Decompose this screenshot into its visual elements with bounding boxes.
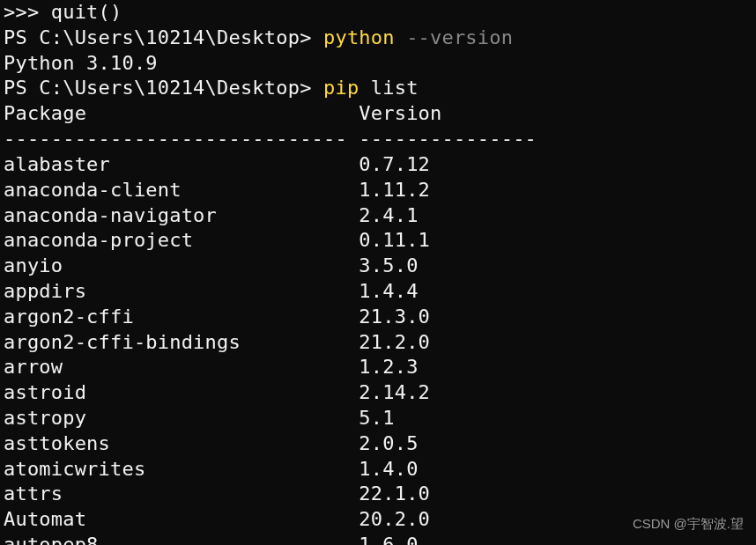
pip-list-command: PS C:\Users\10214\Desktop> pip list	[4, 76, 752, 101]
package-row: anaconda-navigator 2.4.1	[4, 203, 752, 229]
package-row: autopep8 1.6.0	[4, 533, 752, 545]
package-row: astropy 5.1	[4, 406, 752, 431]
version-flag: --version	[395, 26, 513, 48]
package-row: atomicwrites 1.4.0	[4, 457, 752, 482]
watermark: CSDN @宇智波.望	[633, 515, 744, 533]
package-row: anaconda-project 0.11.1	[4, 228, 752, 254]
package-row: anaconda-client 1.11.2	[4, 178, 752, 203]
pip-header-row: Package Version	[4, 101, 752, 127]
package-row: attrs 22.1.0	[4, 482, 752, 507]
prompt-path: PS C:\Users\10214\Desktop>	[4, 77, 323, 99]
package-row: anyio 3.5.0	[4, 254, 752, 279]
package-row: argon2-cffi-bindings 21.2.0	[4, 330, 752, 356]
package-list: alabaster 0.7.12anaconda-client 1.11.2an…	[4, 152, 752, 545]
package-row: appdirs 1.4.4	[4, 279, 752, 305]
python-command-text: python	[323, 26, 395, 48]
python-version-command: PS C:\Users\10214\Desktop> python --vers…	[4, 26, 752, 51]
quit-line: >>> quit()	[4, 0, 752, 26]
prompt-path: PS C:\Users\10214\Desktop>	[4, 26, 323, 48]
package-row: asttokens 2.0.5	[4, 431, 752, 457]
list-arg: list	[359, 77, 418, 99]
pip-divider-row: ----------------------------- ----------…	[4, 127, 752, 152]
package-row: arrow 1.2.3	[4, 355, 752, 380]
package-row: astroid 2.14.2	[4, 380, 752, 406]
terminal-output[interactable]: >>> quit() PS C:\Users\10214\Desktop> py…	[4, 0, 752, 545]
package-row: argon2-cffi 21.3.0	[4, 305, 752, 330]
package-row: alabaster 0.7.12	[4, 152, 752, 178]
pip-command-text: pip	[323, 77, 359, 99]
python-version-output: Python 3.10.9	[4, 51, 752, 77]
